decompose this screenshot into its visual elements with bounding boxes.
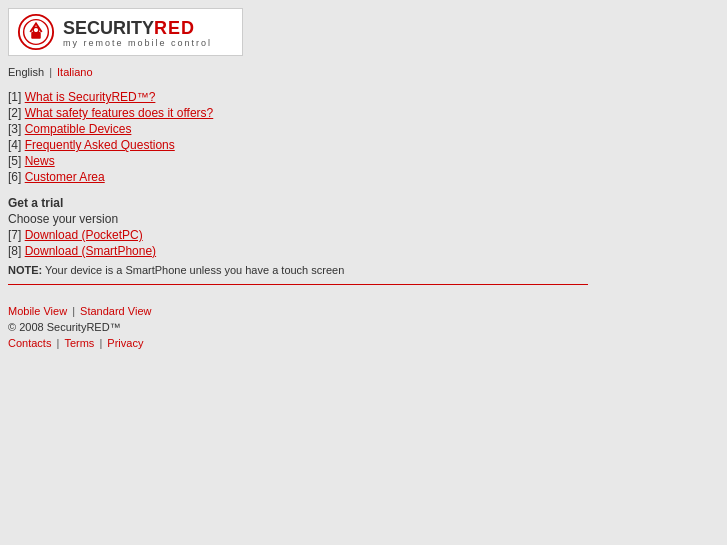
language-bar: English | Italiano <box>0 60 727 84</box>
nav-link-6[interactable]: Customer Area <box>25 170 105 184</box>
nav-list: [1] What is SecurityRED™? [2] What safet… <box>8 90 719 184</box>
footer-links: Contacts | Terms | Privacy <box>8 337 719 349</box>
red-divider <box>8 284 588 285</box>
nav-item-4: [4] Frequently Asked Questions <box>8 138 719 152</box>
nav-prefix-3: [3] <box>8 122 25 136</box>
copyright: © 2008 SecurityRED™ <box>8 321 719 333</box>
logo-box: SECURITYRED my remote mobile control <box>8 8 243 56</box>
view-separator: | <box>72 305 78 317</box>
footer-view-links: Mobile View | Standard View <box>8 305 719 317</box>
download-item-8: [8] Download (SmartPhone) <box>8 244 719 258</box>
trial-section: Get a trial Choose your version [7] Down… <box>8 196 719 276</box>
nav-item-5: [5] News <box>8 154 719 168</box>
download-prefix-8: [8] <box>8 244 25 258</box>
download-link-pocketpc[interactable]: Download (PocketPC) <box>25 228 143 242</box>
privacy-link[interactable]: Privacy <box>107 337 143 349</box>
securityred-icon <box>17 13 55 51</box>
nav-item-2: [2] What safety features does it offers? <box>8 106 719 120</box>
terms-link[interactable]: Terms <box>64 337 94 349</box>
note-content: Your device is a SmartPhone unless you h… <box>45 264 344 276</box>
note-label: NOTE: <box>8 264 42 276</box>
standard-view-link[interactable]: Standard View <box>80 305 151 317</box>
nav-prefix-6: [6] <box>8 170 25 184</box>
nav-item-6: [6] Customer Area <box>8 170 719 184</box>
language-current: English <box>8 66 44 78</box>
nav-link-2[interactable]: What safety features does it offers? <box>25 106 214 120</box>
nav-link-4[interactable]: Frequently Asked Questions <box>25 138 175 152</box>
logo-text-block: SECURITYRED my remote mobile control <box>63 16 212 49</box>
choose-version: Choose your version <box>8 212 719 226</box>
logo-title: SECURITYRED <box>63 16 212 39</box>
footer-sep-1: | <box>56 337 62 349</box>
nav-prefix-1: [1] <box>8 90 25 104</box>
logo-subtitle: my remote mobile control <box>63 38 212 48</box>
nav-item-3: [3] Compatible Devices <box>8 122 719 136</box>
download-prefix-7: [7] <box>8 228 25 242</box>
nav-link-3[interactable]: Compatible Devices <box>25 122 132 136</box>
note-text: NOTE: Your device is a SmartPhone unless… <box>8 264 719 276</box>
language-italiano[interactable]: Italiano <box>57 66 92 78</box>
language-separator: | <box>49 66 52 78</box>
footer-sep-2: | <box>99 337 105 349</box>
download-list: [7] Download (PocketPC) [8] Download (Sm… <box>8 228 719 258</box>
contacts-link[interactable]: Contacts <box>8 337 51 349</box>
logo-container: SECURITYRED my remote mobile control <box>8 8 243 56</box>
download-link-smartphone[interactable]: Download (SmartPhone) <box>25 244 156 258</box>
main-content: [1] What is SecurityRED™? [2] What safet… <box>0 84 727 301</box>
nav-prefix-2: [2] <box>8 106 25 120</box>
nav-prefix-5: [5] <box>8 154 25 168</box>
nav-prefix-4: [4] <box>8 138 25 152</box>
nav-item-1: [1] What is SecurityRED™? <box>8 90 719 104</box>
download-item-7: [7] Download (PocketPC) <box>8 228 719 242</box>
nav-link-5[interactable]: News <box>25 154 55 168</box>
footer: Mobile View | Standard View © 2008 Secur… <box>0 301 727 353</box>
nav-link-1[interactable]: What is SecurityRED™? <box>25 90 156 104</box>
mobile-view-link[interactable]: Mobile View <box>8 305 67 317</box>
header: SECURITYRED my remote mobile control <box>0 0 727 60</box>
trial-heading: Get a trial <box>8 196 719 210</box>
